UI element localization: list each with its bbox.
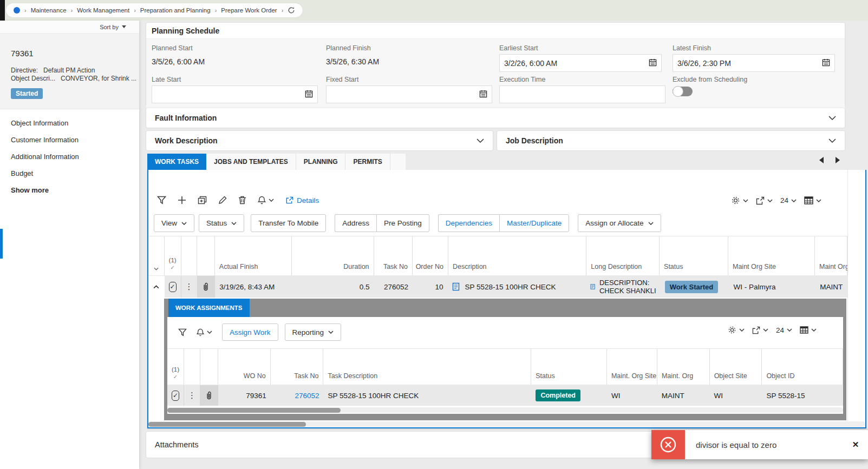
fault-information-panel[interactable]: Fault Information [146,108,845,128]
col-actual-finish[interactable]: Actual Finish [215,236,292,275]
settings-gear-icon[interactable] [731,196,748,205]
page-size-selector[interactable]: 24 [776,326,792,334]
tab-jobs-and-templates[interactable]: JOBS AND TEMPLATES [206,154,296,170]
col-task-no[interactable]: Task No [271,349,324,385]
calendar-icon[interactable] [305,90,313,100]
attachment-paperclip-icon[interactable] [198,276,216,298]
row-checkbox[interactable]: ✓ [167,385,184,406]
select-all-header-cell[interactable]: (1) ✓ [167,349,184,385]
row-kebab-menu[interactable]: ⋮ [184,385,200,406]
execution-time-field[interactable] [499,85,665,103]
breadcrumb-item-work-management[interactable]: Work Management [77,7,129,14]
col-status[interactable]: Status [660,236,728,275]
col-task-no[interactable]: Task No [374,236,413,275]
breadcrumb-item-prepare-work-order[interactable]: Prepare Work Order [221,7,277,14]
col-description[interactable]: Description [448,236,586,275]
latest-finish-field[interactable]: 3/6/26, 2:30 PM [673,54,835,72]
vertical-scrollbar-track[interactable] [847,170,848,421]
note-icon[interactable] [590,282,595,291]
refresh-icon[interactable] [288,6,295,14]
expand-all-header-cell[interactable] [148,236,165,275]
reporting-button[interactable]: Reporting [285,323,342,341]
notifications-bell-icon[interactable] [197,328,212,336]
col-maint-org-site[interactable]: Maint. Org Site [607,349,657,385]
address-button[interactable]: Address [335,214,376,232]
chevron-down-icon[interactable] [828,138,836,143]
fixed-start-field[interactable] [326,85,492,103]
calendar-icon[interactable] [649,58,657,68]
col-object-id[interactable]: Object ID [762,349,843,385]
toast-close-icon[interactable]: ✕ [843,430,868,459]
chevron-down-icon[interactable] [787,328,792,332]
work-task-row[interactable]: ✓ ⋮ 3/19/26, 8:43 AM 0.5 276052 10 SP 55… [148,276,847,298]
tabs-scroll-left-icon[interactable] [819,157,824,163]
chevron-down-icon[interactable] [207,331,212,334]
settings-gear-icon[interactable] [728,326,745,334]
app-home-dot-icon[interactable] [14,7,20,14]
duplicate-icon[interactable] [198,196,207,204]
page-size-selector[interactable]: 24 [780,196,797,204]
transfer-to-mobile-button[interactable]: Transfer To Mobile [251,214,326,232]
row-kebab-menu[interactable]: ⋮ [181,276,198,298]
work-assignment-row[interactable]: ✓ ⋮ 79361 276052 SP 5528-15 100HR CHECK … [167,385,843,406]
edit-icon[interactable] [218,196,227,204]
col-maint-org-site[interactable]: Maint Org Site [728,236,815,275]
row-checkbox[interactable]: ✓ [165,276,181,298]
details-link[interactable]: Details [285,196,319,204]
notifications-bell-icon[interactable] [258,196,274,204]
tabs-scroll-right-icon[interactable] [836,157,840,163]
assign-work-button[interactable]: Assign Work [222,323,278,341]
delete-icon[interactable] [238,196,246,204]
col-maint-org[interactable]: Maint. Org [657,349,710,385]
col-long-description[interactable]: Long Description [586,236,660,275]
col-wo-no[interactable]: WO No [218,349,271,385]
calendar-icon[interactable] [822,58,830,68]
tab-work-assignments[interactable]: WORK ASSIGNMENTS [168,299,250,317]
chevron-down-icon[interactable] [269,199,274,202]
sidebar-item-show-more[interactable]: Show more [0,182,139,199]
col-duration[interactable]: Duration [292,236,374,275]
filter-icon[interactable] [178,328,187,336]
dependencies-button[interactable]: Dependencies [438,214,499,232]
tab-planning[interactable]: PLANNING [296,154,346,170]
job-description-panel[interactable]: Job Description [497,131,845,150]
note-icon[interactable] [452,282,460,291]
chevron-down-icon[interactable] [816,199,821,202]
attachment-paperclip-icon[interactable] [200,385,218,406]
table-layout-icon[interactable] [800,326,817,334]
chevron-down-icon[interactable] [739,328,745,332]
export-share-icon[interactable] [752,326,768,334]
col-task-description[interactable]: Task Description [323,349,531,385]
cell-task-no-link[interactable]: 276052 [271,385,324,406]
work-description-panel[interactable]: Work Description [146,131,493,150]
chevron-down-icon[interactable] [477,138,484,143]
filter-icon[interactable] [157,196,166,204]
sidebar-item-customer-information[interactable]: Customer Information [0,131,139,148]
table-layout-icon[interactable] [804,196,821,204]
assignments-hscrollbar-thumb[interactable] [167,408,341,413]
breadcrumb-item-preparation-and-planning[interactable]: Preparation and Planning [140,7,211,14]
col-order-no[interactable]: Order No [413,236,448,275]
export-share-icon[interactable] [756,196,773,205]
sort-by-control[interactable]: Sort by [0,21,139,34]
master-duplicate-button[interactable]: Master/Duplicate [499,214,569,232]
assignments-hscrollbar-track[interactable] [167,407,843,413]
status-button[interactable]: Status [199,214,244,232]
chevron-down-icon[interactable] [811,328,817,332]
chevron-down-icon[interactable] [828,116,836,121]
sidebar-item-budget[interactable]: Budget [0,165,139,182]
sidebar-item-object-information[interactable]: Object Information [0,115,139,131]
calendar-icon[interactable] [479,90,487,100]
col-status[interactable]: Status [531,349,607,385]
col-object-site[interactable]: Object Site [710,349,762,385]
select-all-header-cell[interactable]: (1) ✓ [165,236,181,275]
col-maint-org[interactable]: Maint Org [815,236,847,275]
pre-posting-button[interactable]: Pre Posting [376,214,429,232]
add-icon[interactable] [178,196,186,204]
tasks-hscrollbar-thumb[interactable] [148,422,306,427]
collapse-row-icon[interactable] [148,276,165,298]
chevron-down-icon[interactable] [743,199,748,202]
breadcrumb-item-maintenance[interactable]: Maintenance [31,7,67,14]
sidebar-item-additional-information[interactable]: Additional Information [0,148,139,165]
tasks-hscrollbar-track[interactable] [148,421,865,427]
